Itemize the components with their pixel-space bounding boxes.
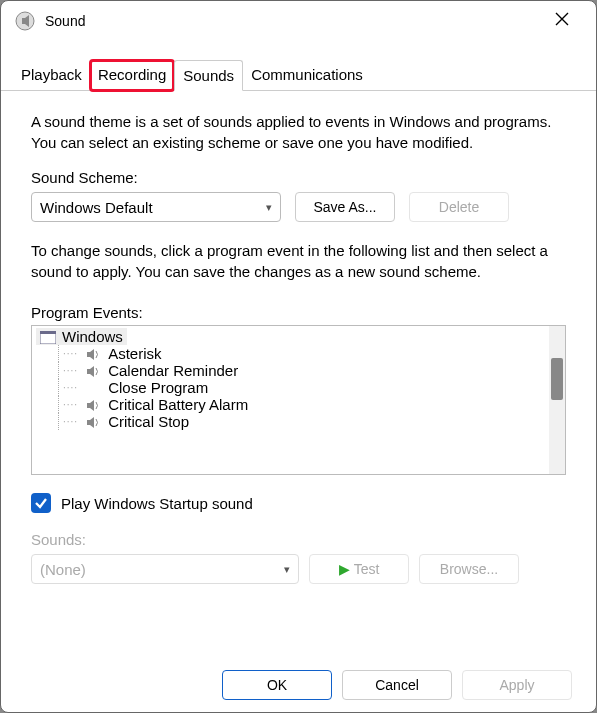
tab-content: A sound theme is a set of sounds applied… <box>1 91 596 594</box>
chevron-down-icon: ▾ <box>266 201 272 214</box>
browse-button: Browse... <box>419 554 519 584</box>
sounds-dropdown: (None) ▾ <box>31 554 299 584</box>
tree-item[interactable]: ····Calendar Reminder <box>58 362 561 379</box>
events-listbox[interactable]: Windows ····Asterisk····Calendar Reminde… <box>31 325 566 475</box>
play-icon: ▶ <box>339 561 350 577</box>
tree-item-label: Asterisk <box>108 345 161 362</box>
tree-item[interactable]: ····Critical Battery Alarm <box>58 396 561 413</box>
apply-button: Apply <box>462 670 572 700</box>
scheme-label: Sound Scheme: <box>31 169 566 186</box>
tree-connector: ···· <box>63 399 78 410</box>
events-label: Program Events: <box>31 304 566 321</box>
tree-connector: ···· <box>63 382 78 393</box>
close-button[interactable] <box>542 11 582 32</box>
tree-root-windows[interactable]: Windows <box>36 328 127 345</box>
dialog-footer: OK Cancel Apply <box>222 670 572 700</box>
test-button: ▶Test <box>309 554 409 584</box>
tree-item[interactable]: ····Critical Stop <box>58 413 561 430</box>
save-as-button[interactable]: Save As... <box>295 192 395 222</box>
tree-item-label: Close Program <box>108 379 208 396</box>
intro-text: A sound theme is a set of sounds applied… <box>31 111 566 153</box>
tree-root-label: Windows <box>62 328 123 345</box>
tree-connector: ···· <box>63 365 78 376</box>
tree-item[interactable]: ····Close Program <box>58 379 561 396</box>
tree-item[interactable]: ····Asterisk <box>58 345 561 362</box>
speaker-icon <box>86 415 102 428</box>
tree-item-label: Critical Battery Alarm <box>108 396 248 413</box>
cancel-button[interactable]: Cancel <box>342 670 452 700</box>
scrollbar[interactable] <box>549 326 565 474</box>
change-hint-text: To change sounds, click a program event … <box>31 240 566 282</box>
speaker-icon <box>86 347 102 360</box>
titlebar: Sound <box>1 1 596 41</box>
tree-item-label: Calendar Reminder <box>108 362 238 379</box>
sounds-selected: (None) <box>40 561 86 578</box>
startup-sound-checkbox[interactable] <box>31 493 51 513</box>
speaker-icon <box>86 398 102 411</box>
ok-button[interactable]: OK <box>222 670 332 700</box>
tree-connector: ···· <box>63 348 78 359</box>
svg-rect-2 <box>40 331 56 334</box>
tab-recording[interactable]: Recording <box>90 60 174 91</box>
speaker-icon <box>86 364 102 377</box>
tab-playback[interactable]: Playback <box>13 60 90 91</box>
startup-sound-label: Play Windows Startup sound <box>61 495 253 512</box>
window-title: Sound <box>45 13 542 29</box>
tree-connector: ···· <box>63 416 78 427</box>
scheme-dropdown[interactable]: Windows Default ▾ <box>31 192 281 222</box>
scheme-selected: Windows Default <box>40 199 153 216</box>
tab-sounds[interactable]: Sounds <box>174 60 243 91</box>
tab-bar: Playback Recording Sounds Communications <box>1 59 596 91</box>
tree-item-label: Critical Stop <box>108 413 189 430</box>
sounds-label: Sounds: <box>31 531 566 548</box>
delete-button: Delete <box>409 192 509 222</box>
sound-icon <box>15 11 35 31</box>
chevron-down-icon: ▾ <box>284 563 290 576</box>
sound-dialog: Sound Playback Recording Sounds Communic… <box>0 0 597 713</box>
windows-icon <box>40 330 56 343</box>
scrollbar-thumb[interactable] <box>551 358 563 400</box>
tab-communications[interactable]: Communications <box>243 60 371 91</box>
